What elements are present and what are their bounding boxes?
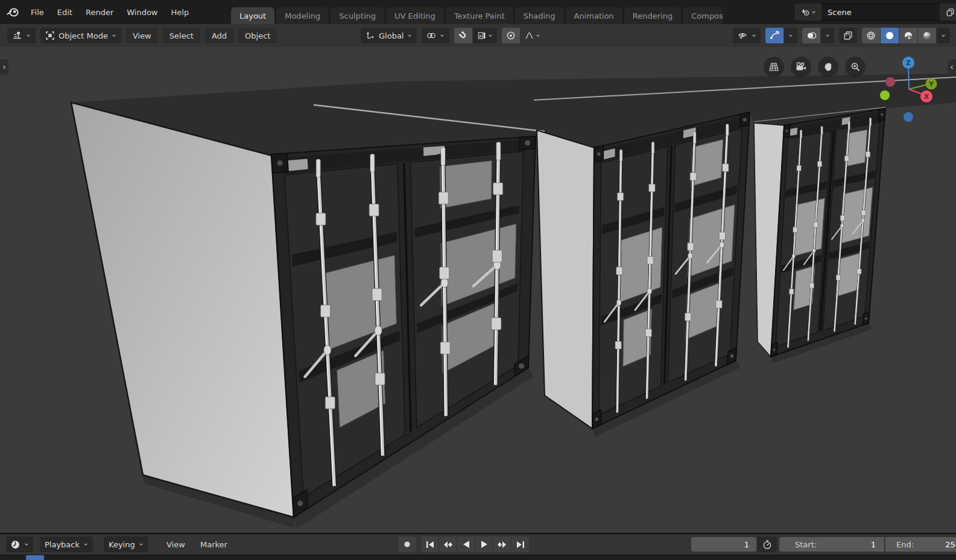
scene-datablock-widget: Scene	[795, 4, 956, 20]
current-frame-value: 1	[744, 540, 749, 549]
orientation-label: Global	[379, 31, 404, 40]
tab-modeling[interactable]: Modeling	[276, 7, 329, 24]
object-visibility-dropdown[interactable]	[733, 28, 761, 43]
pivot-point-dropdown[interactable]	[422, 28, 449, 43]
tab-rendering[interactable]: Rendering	[624, 7, 681, 24]
x-axis-label: X	[924, 93, 929, 101]
zoom-view-icon[interactable]	[845, 57, 866, 77]
use-preview-range-toggle[interactable]	[758, 536, 777, 552]
chevron-down-icon	[112, 33, 116, 38]
viewport-canvas[interactable]	[0, 47, 956, 533]
workspace-tabs: Layout Modeling Sculpting UV Editing Tex…	[231, 7, 723, 24]
shading-wireframe-button[interactable]	[862, 28, 880, 43]
menu-add[interactable]: Add	[205, 28, 233, 43]
neg-x-axis-ball[interactable]	[885, 77, 895, 87]
neg-y-axis-ball[interactable]	[880, 90, 890, 100]
auto-keyframe-record-button[interactable]	[398, 536, 416, 552]
play-reverse-button[interactable]	[457, 536, 475, 552]
timeline-track[interactable]	[0, 555, 956, 560]
current-frame-field[interactable]: 1	[691, 537, 756, 552]
menu-window[interactable]: Window	[120, 5, 164, 19]
timeline-playhead[interactable]	[26, 555, 44, 560]
shading-solid-button[interactable]	[881, 28, 899, 43]
blender-logo-icon[interactable]	[5, 4, 21, 20]
tab-animation[interactable]: Animation	[566, 7, 622, 24]
keying-dropdown[interactable]: Keying	[104, 536, 148, 552]
chevron-down-icon	[440, 33, 445, 38]
editor-type-button[interactable]	[7, 28, 36, 43]
scene-icon	[800, 7, 810, 17]
shading-material-button[interactable]	[899, 28, 917, 43]
gizmo-dropdown[interactable]	[784, 28, 797, 43]
mode-dropdown[interactable]: Object Mode	[40, 28, 121, 43]
gizmo-icon	[770, 31, 779, 40]
tab-shading[interactable]: Shading	[515, 7, 564, 24]
show-gizmo-toggle[interactable]	[765, 28, 783, 43]
visibility-eye-icon	[737, 31, 748, 40]
menu-render[interactable]: Render	[79, 5, 120, 19]
menu-object[interactable]: Object	[238, 28, 277, 43]
sidebar-expand-chevron[interactable]: ‹	[948, 59, 956, 75]
snap-toggle[interactable]	[454, 28, 472, 43]
jump-to-start-button[interactable]	[421, 536, 438, 552]
camera-view-icon[interactable]	[791, 57, 811, 77]
end-frame-field[interactable]: End: 250	[885, 537, 956, 552]
start-frame-field[interactable]: Start: 1	[779, 537, 884, 552]
playback-controls	[398, 536, 529, 552]
chevron-down-icon	[811, 10, 816, 14]
timeline-menu-view[interactable]: View	[163, 536, 189, 552]
menu-select[interactable]: Select	[163, 28, 200, 43]
proportional-falloff-dropdown[interactable]	[521, 28, 545, 43]
shading-rendered-button[interactable]	[918, 28, 936, 43]
new-scene-button[interactable]	[940, 4, 956, 20]
menu-file[interactable]: File	[24, 5, 51, 19]
stopwatch-icon	[762, 540, 772, 550]
start-label: Start:	[795, 540, 817, 549]
smooth-falloff-icon	[525, 31, 534, 40]
keying-label: Keying	[109, 540, 135, 549]
timeline-header: Playback Keying View Marker	[0, 534, 956, 555]
navigation-axis-gizmo[interactable]: Z Y X	[867, 57, 945, 135]
xray-toggle[interactable]	[839, 28, 857, 43]
menu-view[interactable]: View	[126, 28, 158, 43]
tab-layout[interactable]: Layout	[231, 7, 274, 24]
show-overlays-toggle[interactable]	[802, 28, 820, 43]
proportional-editing-toggle[interactable]	[502, 28, 520, 43]
neg-z-axis-ball[interactable]	[904, 112, 913, 122]
viewport-3d[interactable]: › ‹	[0, 47, 956, 533]
tab-sculpting[interactable]: Sculpting	[331, 7, 384, 24]
topbar: File Edit Render Window Help Layout Mode…	[0, 0, 956, 24]
menu-help[interactable]: Help	[165, 5, 196, 19]
snap-target-dropdown[interactable]	[473, 28, 497, 43]
next-keyframe-button[interactable]	[493, 536, 511, 552]
shading-mode-group	[862, 28, 950, 43]
orientation-axes-icon	[366, 31, 375, 40]
chevron-down-icon	[83, 542, 88, 547]
timeline-editor-type-button[interactable]	[6, 536, 33, 552]
play-button[interactable]	[475, 536, 493, 552]
orthographic-grid-icon[interactable]	[764, 57, 784, 77]
record-icon	[403, 540, 411, 549]
topbar-menus: File Edit Render Window Help	[24, 0, 195, 24]
chevron-down-icon	[407, 33, 412, 38]
previous-keyframe-button[interactable]	[439, 536, 457, 552]
tab-uv-editing[interactable]: UV Editing	[386, 7, 444, 24]
end-label: End:	[896, 540, 914, 549]
toolbar-expand-chevron[interactable]: ›	[0, 59, 8, 75]
tab-compositing[interactable]: Compos	[683, 7, 723, 24]
wireframe-sphere-icon	[866, 31, 876, 40]
shading-dropdown[interactable]	[937, 28, 950, 43]
chevron-down-icon	[26, 33, 31, 38]
playback-dropdown[interactable]: Playback	[40, 536, 93, 552]
object-mode-icon	[45, 31, 55, 40]
jump-to-end-button[interactable]	[511, 536, 529, 552]
overlays-dropdown[interactable]	[821, 28, 834, 43]
transform-orientation-dropdown[interactable]: Global	[361, 28, 417, 43]
menu-edit[interactable]: Edit	[51, 5, 79, 19]
proportional-editing-icon	[506, 31, 516, 40]
move-view-icon[interactable]	[818, 57, 838, 77]
tab-texture-paint[interactable]: Texture Paint	[446, 7, 513, 24]
timeline-menu-marker[interactable]: Marker	[197, 536, 231, 552]
scene-name-field[interactable]: Scene	[821, 4, 940, 20]
scene-browse-button[interactable]	[795, 4, 821, 20]
